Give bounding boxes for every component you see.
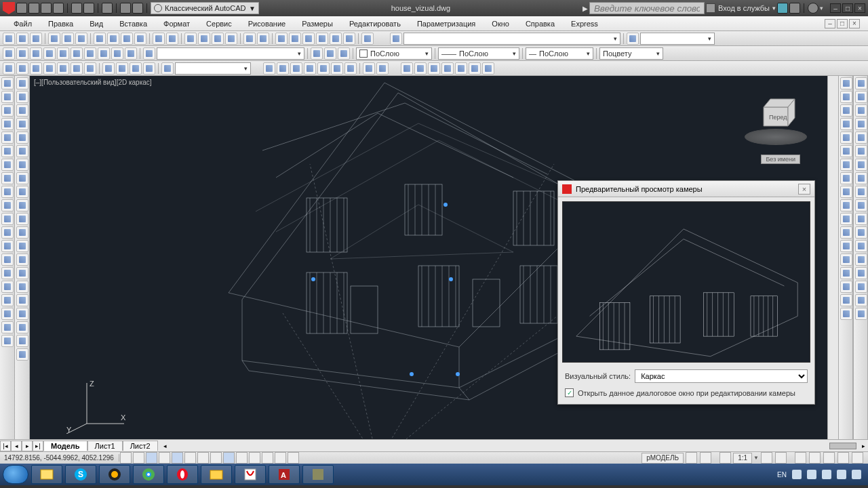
offset-icon[interactable] [840,118,852,130]
point-icon[interactable] [1,253,14,266]
horizontal-scrollbar[interactable]: ◂ ▸ [158,443,868,449]
help2-icon[interactable] [361,33,374,45]
task-acrobat[interactable] [235,465,266,484]
dim14-icon[interactable] [855,253,867,266]
polygon-icon[interactable] [1,118,14,130]
ws-icon[interactable] [795,452,806,464]
doc-minimize-button[interactable]: – [825,19,835,28]
vs-3dw-icon[interactable] [277,62,289,75]
qat-undo-icon[interactable] [71,3,82,14]
paste-icon[interactable] [121,33,133,45]
visual-style-dropdown[interactable]: ▾ [403,33,620,45]
render-icon[interactable] [627,33,639,45]
tab-next-button[interactable]: ▸ [22,441,33,451]
ucs2-icon[interactable] [414,62,427,75]
ortho-toggle[interactable] [146,452,157,464]
dim13-icon[interactable] [855,240,867,252]
qat-print-icon[interactable] [102,3,113,14]
gradient-icon[interactable] [1,281,14,293]
linetype-dropdown[interactable]: ——ПоСлою▾ [438,47,519,60]
nwiso-icon[interactable] [143,62,155,75]
menu-modify[interactable]: Редактировать [341,18,409,30]
pan-icon[interactable] [184,33,197,45]
preview-icon[interactable] [62,33,74,45]
dx15-icon[interactable] [16,267,28,279]
layer-off-icon[interactable] [16,47,28,60]
hatch-icon[interactable] [1,267,14,279]
menu-edit[interactable]: Правка [40,18,81,30]
region-icon[interactable] [1,294,14,306]
menu-draw[interactable]: Рисование [240,18,294,30]
layer-match-icon[interactable] [324,47,336,60]
minimize-button[interactable]: – [830,3,841,13]
menu-parametric[interactable]: Параметризация [409,18,484,30]
open-icon[interactable] [16,33,28,45]
vs-concept-icon[interactable] [317,62,330,75]
xline-icon[interactable] [1,91,14,103]
grid-toggle[interactable] [133,452,144,464]
dim3-icon[interactable] [855,104,867,117]
camera-icon[interactable] [161,62,174,75]
system-tray[interactable]: EN [777,470,865,479]
lock-icon[interactable] [809,452,821,464]
left-icon[interactable] [43,62,56,75]
vs-sketch-icon[interactable] [376,62,389,75]
dx7-icon[interactable] [16,159,28,171]
dx18-icon[interactable] [16,308,28,320]
task-notepad[interactable] [302,465,334,484]
qat-saveas-icon[interactable] [53,3,64,14]
swiso-icon[interactable] [102,62,115,75]
dx6-icon[interactable] [16,145,28,157]
layer-prev2-icon[interactable] [338,47,350,60]
layer-mgr-icon[interactable] [3,47,15,60]
search-input[interactable] [589,2,705,14]
annotation-scale[interactable]: 1:1 [733,453,752,464]
clean-icon[interactable] [852,452,863,464]
markup-icon[interactable] [330,33,342,45]
dx14-icon[interactable] [16,253,28,266]
addsel-icon[interactable] [1,335,14,347]
task-folder[interactable] [201,465,232,484]
menu-dimension[interactable]: Размеры [294,18,341,30]
render-preset-dropdown[interactable]: ▾ [640,33,715,45]
dim6-icon[interactable] [855,145,867,157]
right-icon[interactable] [57,62,69,75]
copy-icon[interactable] [107,33,119,45]
3dorbit-icon[interactable] [243,33,256,45]
mtext-icon[interactable] [1,321,14,333]
layer-walk-icon[interactable] [98,47,110,60]
tray-volume-icon[interactable] [822,470,831,479]
color-dropdown[interactable]: ПоСлою▾ [356,47,432,60]
dx10-icon[interactable] [16,199,28,211]
dx2-icon[interactable] [16,91,28,103]
mirror-icon[interactable] [840,104,852,117]
revcloud-icon[interactable] [1,172,14,184]
namedview-icon[interactable] [3,62,15,75]
menu-tools[interactable]: Сервис [198,18,240,30]
dx13-icon[interactable] [16,240,28,252]
zoomext-icon[interactable] [225,33,237,45]
line-icon[interactable] [1,77,14,89]
layer-list-icon[interactable] [143,47,155,60]
close-button[interactable]: × [854,3,865,13]
dim15-icon[interactable] [855,267,867,279]
drawing-canvas[interactable]: [–][Пользовательский вид][2D каркас] [30,76,827,439]
print-icon[interactable] [48,33,60,45]
seiso-icon[interactable] [116,62,128,75]
circle-icon[interactable] [1,159,14,171]
start-button[interactable] [3,465,28,484]
pline-icon[interactable] [1,104,14,117]
vertical-scrollbar[interactable] [827,76,838,439]
md18-icon[interactable] [840,308,852,320]
vs-hidden-icon[interactable] [290,62,302,75]
trim-icon[interactable] [840,199,852,211]
ucs4-icon[interactable] [441,62,454,75]
3d-icon[interactable] [257,33,269,45]
tp-icon[interactable] [302,33,315,45]
dim4-icon[interactable] [855,118,867,130]
dx4-icon[interactable] [16,118,28,130]
annovis-icon[interactable] [761,452,772,464]
chamfer-icon[interactable] [840,253,852,266]
qat-new-icon[interactable] [16,3,27,14]
menu-format[interactable]: Формат [155,18,198,30]
